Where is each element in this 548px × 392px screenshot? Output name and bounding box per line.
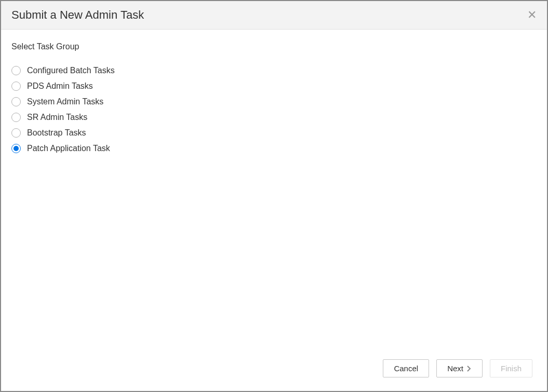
radio-label: Bootstrap Tasks: [27, 128, 86, 138]
radio-indicator: [11, 82, 21, 91]
radio-label: PDS Admin Tasks: [27, 82, 93, 91]
cancel-button[interactable]: Cancel: [383, 359, 429, 377]
radio-indicator: [11, 66, 21, 75]
radio-label: Patch Application Task: [27, 144, 110, 153]
close-button[interactable]: ✕: [527, 9, 537, 21]
dialog-title: Submit a New Admin Task: [11, 8, 144, 22]
close-icon: ✕: [527, 8, 537, 21]
radio-option[interactable]: PDS Admin Tasks: [11, 82, 537, 91]
radio-label: SR Admin Tasks: [27, 113, 87, 122]
radio-option[interactable]: Configured Batch Tasks: [11, 66, 537, 75]
radio-option[interactable]: SR Admin Tasks: [11, 113, 537, 122]
section-label: Select Task Group: [11, 42, 537, 51]
radio-indicator: [11, 144, 21, 153]
dialog-header: Submit a New Admin Task ✕: [1, 1, 547, 30]
radio-indicator: [11, 128, 21, 138]
task-group-radio-group: Configured Batch TasksPDS Admin TasksSys…: [11, 66, 537, 153]
radio-option[interactable]: Bootstrap Tasks: [11, 128, 537, 138]
radio-indicator: [11, 113, 21, 122]
cancel-button-label: Cancel: [394, 364, 418, 373]
radio-option[interactable]: System Admin Tasks: [11, 97, 537, 106]
finish-button-label: Finish: [501, 364, 522, 373]
next-button[interactable]: Next: [436, 359, 483, 377]
next-button-label: Next: [447, 364, 463, 373]
finish-button[interactable]: Finish: [490, 359, 532, 377]
dialog-body: Select Task Group Configured Batch Tasks…: [1, 30, 547, 351]
radio-option[interactable]: Patch Application Task: [11, 144, 537, 153]
radio-label: System Admin Tasks: [27, 97, 103, 106]
chevron-right-icon: [466, 366, 472, 372]
radio-label: Configured Batch Tasks: [27, 66, 115, 75]
dialog-footer: Cancel Next Finish: [1, 351, 547, 391]
radio-indicator: [11, 97, 21, 106]
